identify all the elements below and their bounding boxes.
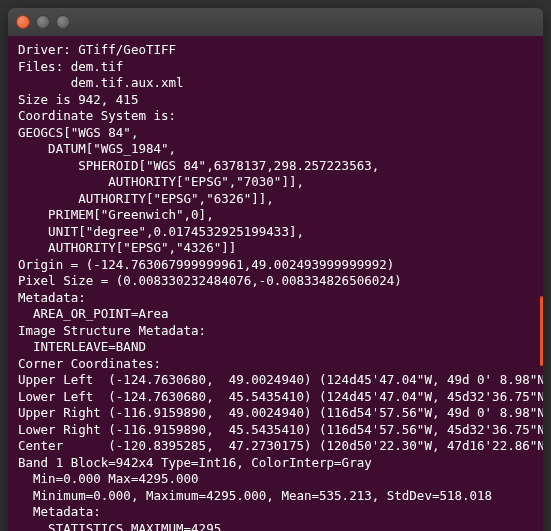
titlebar[interactable]: [8, 8, 543, 36]
maximize-icon[interactable]: [56, 15, 70, 29]
scrollbar-thumb[interactable]: [540, 296, 543, 366]
terminal-output[interactable]: Driver: GTiff/GeoTIFF Files: dem.tif dem…: [8, 36, 543, 531]
terminal-text: Driver: GTiff/GeoTIFF Files: dem.tif dem…: [18, 42, 543, 531]
terminal-window: Driver: GTiff/GeoTIFF Files: dem.tif dem…: [8, 8, 543, 531]
close-icon[interactable]: [16, 15, 30, 29]
window-controls: [16, 15, 70, 29]
minimize-icon[interactable]: [36, 15, 50, 29]
